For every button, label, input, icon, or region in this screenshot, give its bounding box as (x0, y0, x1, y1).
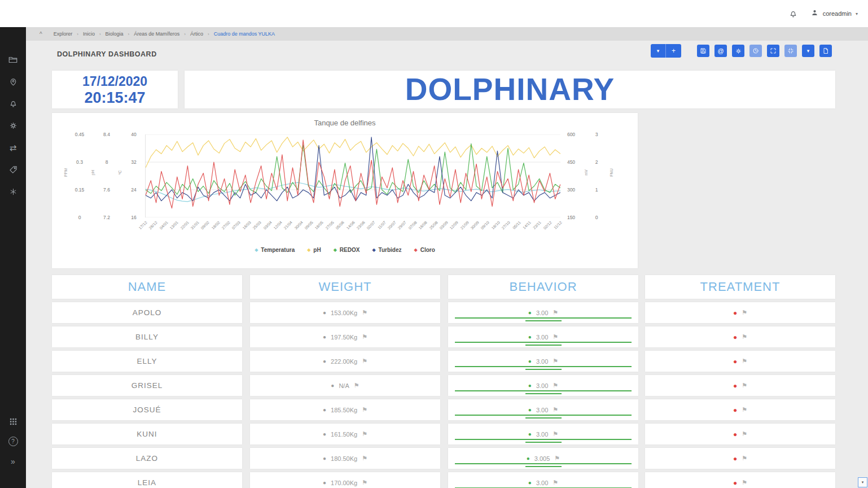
dolphin-name-row: KUNI (52, 424, 242, 445)
flag-icon[interactable]: ⚑ (742, 358, 747, 364)
behavior-bar (455, 366, 632, 367)
add-widget-button[interactable]: + (666, 44, 681, 58)
exit-fullscreen-button[interactable] (784, 45, 797, 57)
flag-icon[interactable]: ⚑ (554, 455, 560, 461)
datetime-widget: 17/12/2020 20:15:47 (52, 71, 178, 108)
flag-icon[interactable]: ⚑ (362, 358, 367, 364)
collapse-breadcrumb-button[interactable]: ^ (40, 31, 42, 37)
flag-icon[interactable]: ⚑ (362, 310, 367, 316)
user-menu[interactable]: coreadmin ▾ (810, 8, 858, 19)
location-pin-icon[interactable] (0, 71, 26, 93)
flag-icon[interactable]: ⚑ (362, 407, 367, 413)
breadcrumb-separator: › (128, 32, 130, 37)
flag-icon[interactable]: ⚑ (362, 480, 367, 486)
flag-icon[interactable]: ⚑ (742, 431, 747, 437)
behavior-value: 3.00 (536, 310, 548, 316)
flag-icon[interactable]: ⚑ (742, 382, 747, 389)
flag-icon[interactable]: ⚑ (362, 431, 367, 437)
flag-icon[interactable]: ⚑ (553, 431, 558, 437)
behavior-value: 3.00 (536, 382, 548, 389)
history-button[interactable] (749, 45, 762, 57)
flag-icon[interactable]: ⚑ (742, 310, 747, 316)
behavior-bar (455, 439, 632, 440)
treatment-column: TREATMENT ●⚑●⚑●⚑●⚑●⚑●⚑●⚑●⚑ (645, 275, 835, 488)
legend-item[interactable]: ◆Temperatura (255, 247, 295, 253)
export-button[interactable] (819, 45, 832, 57)
dolphin-behavior-row: ●3.00⚑ (448, 326, 638, 347)
chart-plot-svg (146, 134, 560, 217)
axis-unit-label: mV (584, 167, 588, 178)
treatment-status-dot: ● (733, 382, 737, 389)
swap-arrows-icon[interactable]: ⇄ (0, 137, 26, 159)
sidebar: ⇄ ? » (0, 27, 26, 488)
scrollbar-down-button[interactable]: ▾ (858, 477, 867, 487)
flag-icon[interactable]: ⚑ (553, 382, 558, 389)
flag-icon[interactable]: ⚑ (742, 334, 747, 340)
breadcrumb-item[interactable]: Biologia (106, 31, 124, 37)
legend-item[interactable]: ◆Turbidez (372, 247, 401, 253)
flag-icon[interactable]: ⚑ (553, 334, 558, 340)
axis-tick-label: 32 (122, 159, 145, 165)
flows-icon[interactable] (0, 181, 26, 203)
axis-tick-label: 1 (585, 187, 608, 193)
settings-button[interactable] (732, 45, 744, 57)
flag-icon[interactable]: ⚑ (553, 358, 558, 364)
dolphin-weight-row: ●222.00Kg⚑ (250, 351, 440, 372)
breadcrumb-item[interactable]: Inicio (83, 31, 95, 37)
axis-tick-label: 600 (560, 132, 582, 137)
behavior-value: 3.00 (536, 480, 548, 486)
dolphin-treatment-row: ●⚑ (645, 351, 835, 372)
treatment-status-dot: ● (733, 310, 737, 316)
treatment-status-dot: ● (733, 455, 737, 462)
weight-status-dot: ● (323, 456, 326, 461)
dolphin-name: JOSUÉ (133, 406, 161, 414)
add-widget-dropdown-button[interactable]: ▾ (651, 44, 666, 58)
tag-icon[interactable] (0, 159, 26, 181)
flag-icon[interactable]: ⚑ (553, 480, 558, 486)
flag-icon[interactable]: ⚑ (354, 382, 360, 389)
behavior-status-dot: ● (528, 359, 532, 364)
dolphin-name-row: BILLY (52, 326, 242, 347)
legend-item[interactable]: ◆REDOX (334, 247, 360, 253)
chevron-down-icon: ▾ (856, 11, 858, 16)
save-button[interactable] (697, 45, 709, 57)
expand-sidebar-icon[interactable]: » (0, 451, 26, 471)
series-pH (146, 137, 560, 168)
axis-tick-label: 450 (560, 159, 582, 165)
flag-icon[interactable]: ⚑ (362, 455, 367, 461)
fullscreen-button[interactable] (767, 45, 779, 57)
flag-icon[interactable]: ⚑ (362, 334, 367, 340)
axis-tick-label: 0 (585, 215, 608, 220)
breadcrumb-items: Explorer›Inicio›Biologia›Áreas de Mamífe… (54, 31, 275, 37)
settings-gear-icon[interactable] (0, 115, 26, 137)
breadcrumb-item[interactable]: Explorer (54, 31, 73, 37)
legend-item[interactable]: ◆pH (307, 247, 321, 253)
axis-tick-label: 0 (68, 215, 91, 220)
weight-status-dot: ● (323, 334, 326, 340)
chart-plot[interactable] (145, 134, 560, 217)
notifications-bell-icon[interactable] (788, 9, 798, 19)
breadcrumb-item[interactable]: Cuadro de mandos YULKA (214, 31, 275, 37)
dolphin-behavior-row: ●3.005⚑ (448, 448, 638, 469)
legend-item[interactable]: ◆Cloro (414, 247, 435, 253)
apps-grid-icon[interactable] (0, 412, 26, 432)
weight-column: WEIGHT ●153.00Kg⚑●197.50Kg⚑●222.00Kg⚑●N/… (250, 275, 440, 488)
notifications-icon[interactable] (0, 93, 26, 115)
behavior-bar-notch (525, 417, 562, 419)
flag-icon[interactable]: ⚑ (742, 407, 747, 413)
more-dropdown-button[interactable]: ▾ (802, 45, 814, 57)
flag-icon[interactable]: ⚑ (742, 480, 747, 486)
flag-icon[interactable]: ⚑ (742, 455, 747, 461)
flag-icon[interactable]: ⚑ (553, 310, 558, 316)
flag-icon[interactable]: ⚑ (553, 407, 558, 413)
dashboard-main: DOLPHINARY DASHBOARD ▾ + @ (26, 41, 868, 488)
behavior-value: 3.00 (536, 407, 548, 413)
help-icon[interactable]: ? (0, 432, 26, 451)
series-Turbidez (146, 137, 560, 201)
behavior-bar (455, 390, 632, 391)
behavior-status-dot: ● (528, 432, 532, 437)
breadcrumb-item[interactable]: Ártico (190, 31, 203, 37)
alias-button[interactable]: @ (714, 45, 727, 57)
breadcrumb-item[interactable]: Áreas de Mamíferos (134, 31, 179, 37)
projects-folder-icon[interactable] (0, 49, 26, 71)
